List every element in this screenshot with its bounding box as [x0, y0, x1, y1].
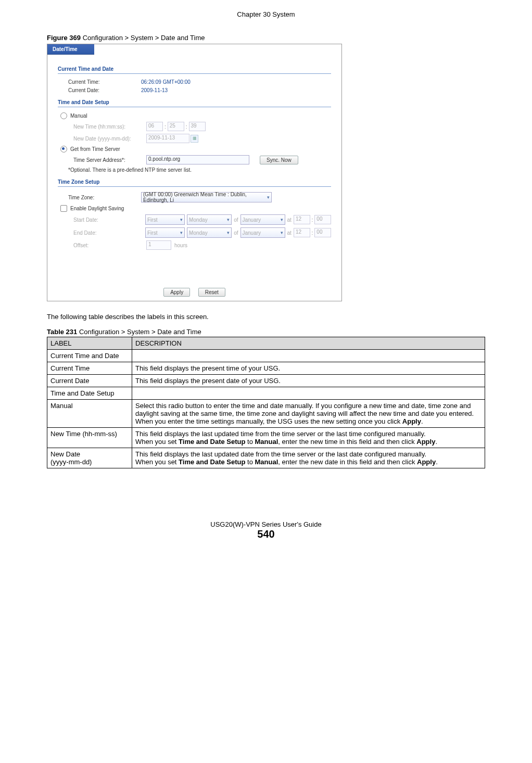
start-hour[interactable]: 12 — [294, 215, 310, 224]
at-text-2: at — [287, 230, 292, 236]
new-date-label: New Date (yyyy-mm-dd): — [58, 136, 146, 142]
end-month-select[interactable]: January — [240, 227, 285, 238]
table-row: Current Time and Date — [47, 350, 485, 362]
cell-label: Current Time and Date — [47, 350, 132, 362]
apply-button[interactable]: Apply — [163, 288, 190, 297]
cell-label: Time and Date Setup — [47, 387, 132, 400]
reset-button[interactable]: Reset — [198, 288, 225, 297]
new-time-label: New Time (hh:mm:ss): — [58, 124, 146, 130]
new-time-hh[interactable]: 06 — [146, 122, 163, 131]
timezone-label: Time Zone: — [58, 195, 141, 200]
new-date-input[interactable]: 2009-11-13 — [146, 134, 189, 143]
timezone-select[interactable]: (GMT 00:00) Greenwich Mean Time : Dublin… — [141, 192, 272, 202]
table-title: Configuration > System > Date and Time — [77, 328, 201, 336]
cell-desc: This field displays the last updated tim… — [132, 428, 485, 448]
table-row: ManualSelect this radio button to enter … — [47, 400, 485, 428]
current-time-value: 06:26:09 GMT+00:00 — [141, 79, 191, 85]
new-time-mm[interactable]: 25 — [168, 122, 184, 131]
table-row: New Date(yyyy-mm-dd)This field displays … — [47, 448, 485, 468]
table-row: Current TimeThis field displays the pres… — [47, 362, 485, 375]
dst-label: Enable Daylight Saving — [70, 206, 124, 211]
figure-title: Configuration > System > Date and Time — [81, 34, 205, 42]
table-number: Table 231 — [47, 328, 77, 336]
description-table: LABEL DESCRIPTION Current Time and DateC… — [47, 337, 485, 468]
end-date-label: End Date: — [58, 230, 145, 236]
end-hour[interactable]: 12 — [294, 228, 310, 237]
th-desc: DESCRIPTION — [132, 337, 485, 350]
body-text: The following table describes the labels… — [47, 313, 485, 321]
calendar-icon[interactable]: ▦ — [191, 135, 198, 143]
page-number: 540 — [47, 528, 485, 540]
cell-desc: This field displays the present time of … — [132, 362, 485, 375]
current-date-label: Current Date: — [58, 87, 141, 93]
sync-now-button[interactable]: Sync. Now — [260, 156, 298, 164]
section-current-time-date: Current Time and Date — [58, 64, 331, 74]
section-timezone-setup: Time Zone Setup — [58, 177, 331, 187]
screenshot-panel: Date/Time Current Time and Date Current … — [47, 44, 342, 301]
table-row: New Time (hh-mm-ss)This field displays t… — [47, 428, 485, 448]
radio-get-from-server[interactable] — [60, 146, 67, 152]
cell-label: Manual — [47, 400, 132, 428]
time-server-label: Time Server Address*: — [58, 157, 146, 163]
end-min[interactable]: 00 — [314, 228, 331, 237]
offset-label: Offset: — [58, 243, 146, 248]
table-caption: Table 231 Configuration > System > Date … — [47, 328, 485, 336]
cell-desc: This field displays the last updated dat… — [132, 448, 485, 468]
cell-desc — [132, 350, 485, 362]
th-label: LABEL — [47, 337, 132, 350]
start-month-select[interactable]: January — [240, 214, 285, 225]
current-time-label: Current Time: — [58, 79, 141, 85]
start-min[interactable]: 00 — [314, 215, 331, 224]
start-date-label: Start Date: — [58, 217, 145, 223]
time-server-input[interactable]: 0.pool.ntp.org — [146, 155, 249, 164]
manual-label: Manual — [70, 113, 87, 119]
of-text-1: of — [234, 217, 238, 223]
current-date-value: 2009-11-13 — [141, 87, 168, 93]
start-week-select[interactable]: First — [145, 214, 185, 225]
cell-desc: Select this radio button to enter the ti… — [132, 400, 485, 428]
checkbox-dst[interactable] — [60, 205, 67, 212]
end-day-select[interactable]: Monday — [187, 227, 232, 238]
tab-datetime[interactable]: Date/Time — [47, 44, 94, 55]
offset-unit: hours — [174, 243, 187, 248]
footer-guide: USG20(W)-VPN Series User's Guide — [47, 520, 485, 528]
cell-label: Current Time — [47, 362, 132, 375]
new-time-ss[interactable]: 39 — [189, 122, 206, 131]
table-row: Time and Date Setup — [47, 387, 485, 400]
cell-label: New Date(yyyy-mm-dd) — [47, 448, 132, 468]
radio-manual[interactable] — [60, 112, 67, 119]
chapter-header: Chapter 30 System — [47, 10, 485, 18]
figure-caption: Figure 369 Configuration > System > Date… — [47, 34, 485, 42]
get-from-server-label: Get from Time Server — [70, 146, 120, 152]
table-row: Current DateThis field displays the pres… — [47, 375, 485, 387]
cell-desc — [132, 387, 485, 400]
section-time-date-setup: Time and Date Setup — [58, 97, 331, 107]
at-text-1: at — [287, 217, 292, 223]
offset-input[interactable]: 1 — [146, 240, 171, 250]
page-footer: USG20(W)-VPN Series User's Guide 540 — [47, 520, 485, 540]
cell-desc: This field displays the present date of … — [132, 375, 485, 387]
cell-label: New Time (hh-mm-ss) — [47, 428, 132, 448]
figure-number: Figure 369 — [47, 34, 81, 42]
optional-note: *Optional. There is a pre-defined NTP ti… — [58, 167, 331, 173]
cell-label: Current Date — [47, 375, 132, 387]
of-text-2: of — [234, 230, 238, 236]
start-day-select[interactable]: Monday — [187, 214, 232, 225]
end-week-select[interactable]: First — [145, 227, 185, 238]
